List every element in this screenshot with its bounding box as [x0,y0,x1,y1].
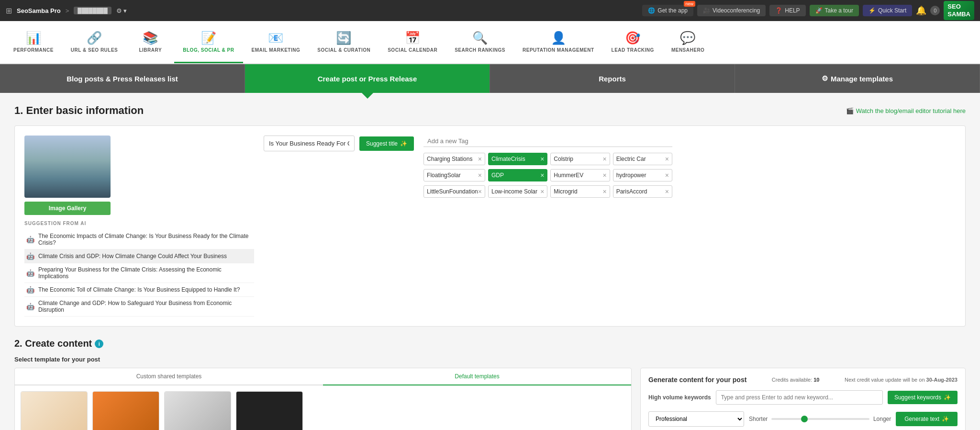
icon-bar: 📊 PERFORMANCE 🔗 URL & SEO RULES 📚 LIBRAR… [0,21,980,64]
generate-icon: ✨ [942,416,949,422]
tag-remove-icon[interactable]: × [665,171,669,179]
tag-item[interactable]: Electric Car× [613,153,672,165]
sidebar-item-library[interactable]: 📚 LIBRARY [126,21,174,63]
tag-item[interactable]: Microgrid× [550,185,610,198]
tag-remove-icon[interactable]: × [540,188,544,195]
tag-item[interactable]: Low-income Solar× [488,185,547,198]
tag-remove-icon[interactable]: × [478,188,482,195]
tab-reports[interactable]: Reports [490,64,735,93]
calendar-icon: 📅 [405,31,421,45]
sidebar-item-social-calendar[interactable]: 📅 SOCIAL CALENDAR [379,21,446,63]
template-card[interactable] [236,391,303,430]
tab-blog-list[interactable]: Blog posts & Press Releases list [0,64,245,93]
notification-count: 0 [930,6,940,15]
suggest-kw-icon: ✨ [944,394,951,401]
image-gallery-button[interactable]: Image Gallery [24,202,111,215]
tags-grid: Charging Stations×ClimateCrisis×Colstrip… [423,153,672,198]
get-app-button[interactable]: 🌐 Get the app new [642,5,693,16]
ai-icon-4: 🤖 [26,286,34,294]
template-card[interactable] [92,391,159,430]
post-title-input[interactable] [264,136,355,151]
sidebar-item-social-curation[interactable]: 🔄 SOCIAL & CURATION [309,21,379,63]
tag-remove-icon[interactable]: × [665,155,669,163]
template-panel: Custom shared templates Default template… [14,368,632,430]
keyword-row: High volume keywords Suggest keywords ✨ [648,390,958,405]
suggestion-item[interactable]: 🤖 The Economic Toll of Climate Change: I… [24,283,254,297]
email-icon: 📧 [268,31,284,45]
tag-item[interactable]: LittleSunFoundation× [423,185,485,198]
tab-manage-templates[interactable]: ⚙ Manage templates [735,64,980,93]
section1-title: 1. Enter basic information [14,104,144,117]
section1-header: 1. Enter basic information 🎬 Watch the b… [14,104,966,117]
sidebar-item-performance[interactable]: 📊 PERFORMANCE [5,21,62,63]
tag-item[interactable]: Charging Stations× [423,153,485,165]
suggestion-item[interactable]: 🤖 The Economic Impacts of Climate Change… [24,230,254,249]
mensahero-icon: 💬 [680,31,696,45]
take-tour-button[interactable]: 🚀 Take a tour [810,5,859,16]
main-content: 1. Enter basic information 🎬 Watch the b… [0,93,980,430]
tag-remove-icon[interactable]: × [540,155,544,163]
tab-default-templates[interactable]: Default templates [323,368,631,385]
sidebar-item-email-marketing[interactable]: 📧 EMAIL MARKETING [243,21,309,63]
suggestion-item[interactable]: 🤖 Climate Change and GDP: How to Safegua… [24,297,254,317]
tag-item[interactable]: ParisAccord× [613,185,672,198]
tab-create-post[interactable]: Create post or Press Release [245,64,490,93]
template-thumbnail-2 [93,392,159,430]
tag-item[interactable]: Colstrip× [550,153,610,165]
suggestion-item[interactable]: 🤖 Climate Crisis and GDP: How Climate Ch… [24,249,254,263]
template-card[interactable] [21,391,88,430]
section2-title: 2. Create content i [14,338,966,349]
template-thumbnail-3 [165,392,231,430]
suggest-icon: ✨ [400,140,407,147]
tag-item[interactable]: hydropower× [613,169,672,181]
add-tag-input[interactable] [423,136,672,147]
section2: 2. Create content i Select template for … [14,338,966,430]
help-button[interactable]: ❓ HELP [769,5,805,16]
keyword-input[interactable] [716,390,883,405]
tab-custom-templates[interactable]: Custom shared templates [15,368,323,385]
template-card[interactable] [164,391,231,430]
tag-remove-icon[interactable]: × [603,188,607,195]
generate-panel-header: Generate content for your post Credits a… [648,376,958,384]
longer-label: Longer [873,416,891,422]
sidebar-item-reputation[interactable]: 👤 REPUTATION MANAGEMENT [514,21,603,63]
tag-remove-icon[interactable]: × [603,155,607,163]
tag-remove-icon[interactable]: × [478,155,482,163]
sidebar-item-mensahero[interactable]: 💬 MENSAHERO [663,21,713,63]
tutorial-link[interactable]: 🎬 Watch the blog/email editor tutorial h… [846,107,966,114]
length-slider-track[interactable] [771,418,869,420]
tag-item[interactable]: ClimateCrisis× [488,153,547,165]
sidebar-item-search-rankings[interactable]: 🔍 SEARCH RANKINGS [446,21,514,63]
app-name: SeoSamba Pro [17,7,61,14]
tag-remove-icon[interactable]: × [478,171,482,179]
tag-item[interactable]: GDP× [488,169,547,181]
suggest-keywords-button[interactable]: Suggest keywords ✨ [888,391,958,404]
tag-remove-icon[interactable]: × [603,171,607,179]
post-creation-area: Image Gallery SUGGESTION FROM AI 🤖 The E… [14,125,966,327]
project-name: ████████ [74,7,111,14]
sidebar-item-lead-tracking[interactable]: 🎯 LEAD TRACKING [603,21,663,63]
gear-dropdown[interactable]: ⚙ ▾ [116,7,127,14]
suggest-title-button[interactable]: Suggest title ✨ [359,136,414,151]
top-bar: ⊞ SeoSamba Pro > ████████ ⚙ ▾ 🌐 Get the … [0,0,980,21]
suggestion-label: SUGGESTION FROM AI [24,221,254,226]
notifications-bell-icon[interactable]: 🔔 [916,5,926,16]
videoconference-button[interactable]: 🎥 Videoconferencing [697,5,766,16]
generate-panel: Generate content for your post Credits a… [640,368,966,430]
ai-icon-3: 🤖 [26,269,34,277]
sidebar-item-blog-social-pr[interactable]: 📝 BLOG, SOCIAL & PR [174,21,243,63]
url-seo-icon: 🔗 [87,31,102,45]
tag-remove-icon[interactable]: × [540,171,544,179]
tag-item[interactable]: HummerEV× [550,169,610,181]
tag-item[interactable]: FloatingSolar× [423,169,485,181]
info-icon: i [95,339,103,348]
suggestion-item[interactable]: 🤖 Preparing Your Business for the Climat… [24,263,254,283]
tone-select[interactable]: Professional Casual Formal Friendly [648,411,744,427]
generate-text-button[interactable]: Generate text ✨ [896,412,958,426]
template-thumbnail-1 [21,392,87,430]
tour-icon: 🚀 [815,7,823,14]
quick-start-button[interactable]: ⚡ Quick Start [863,5,912,16]
quickstart-icon: ⚡ [869,7,876,14]
sidebar-item-url-seo-rules[interactable]: 🔗 URL & SEO RULES [62,21,126,63]
tag-remove-icon[interactable]: × [665,188,669,195]
